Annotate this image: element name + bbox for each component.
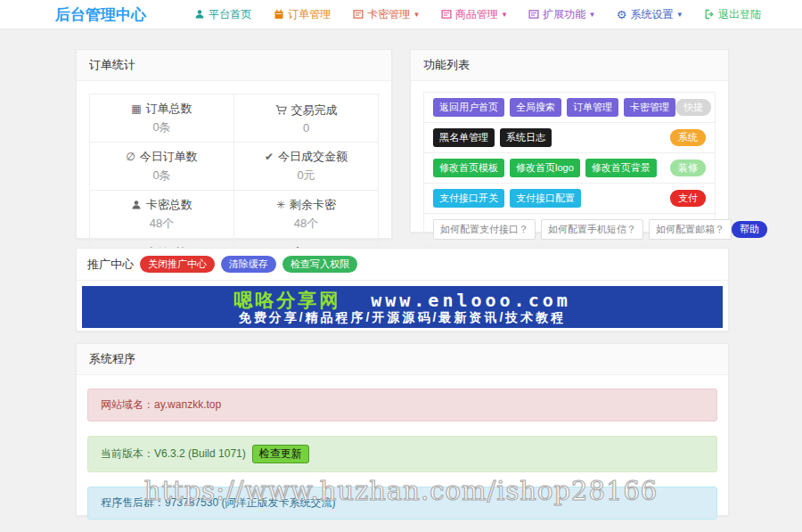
promo-center-panel: 推广中心 关闭推广中心 清除缓存 检查写入权限 嗯咯分享网 www.enlooo… [76,248,729,331]
chevron-down-icon: ▾ [590,11,594,19]
chevron-down-icon: ▾ [503,11,507,19]
stat-value: 48个 [94,216,230,232]
banner-tagline: 免费分享/精品程序/开源源码/最新资讯/技术教程 [239,310,567,325]
order-stats-panel: 订单统计 ▦订单总数 0条 交易完成 [76,49,392,239]
system-program-panel: 系统程序 网站域名：ay.wanzkk.top 当前版本：V6.3.2 (Bui… [76,343,729,516]
domain-alert: 网站域名：ay.wanzkk.top [87,389,717,422]
admin-page: 后台管理中心 平台首页 订单管理 卡密管理 ▾ [0,0,802,532]
cart-icon [275,104,287,116]
nav-item-settings[interactable]: ⚙ 系统设置 ▾ [617,7,682,22]
function-row-payment: 支付接口开关 支付接口配置 支付 [424,184,715,214]
stat-label: 今日订单数 [140,149,198,165]
check-write-permission-button[interactable]: 检查写入权限 [282,256,357,273]
nav-item-card-codes[interactable]: 卡密管理 ▾ [353,7,419,22]
stat-cell-card-total: 卡密总数 48个 [90,191,234,239]
system-log-button[interactable]: 系统日志 [500,128,552,147]
chevron-down-icon: ▾ [414,11,419,19]
close-promo-button[interactable]: 关闭推广中心 [140,256,215,273]
nav-item-orders[interactable]: 订单管理 [274,7,331,22]
help-mail-button[interactable]: 如何配置邮箱？ [649,219,732,240]
nav-label: 卡密管理 [367,7,410,22]
calendar-icon [274,9,284,20]
stat-cell-order-total: ▦订单总数 0条 [90,94,234,143]
gear-icon: ⚙ [617,9,627,20]
edit-background-button[interactable]: 修改首页背景 [585,159,657,177]
banner-site-name: 嗯咯分享网 [233,290,340,310]
stat-value: 0条 [94,119,230,135]
extension-icon [528,9,539,20]
stat-label: 订单总数 [146,101,192,117]
version-alert-text: 当前版本：V6.3.2 (Build 1071) [101,446,246,462]
promo-title: 推广中心 [87,257,134,273]
stat-value: 0条 [94,168,230,184]
top-navbar: 后台管理中心 平台首页 订单管理 卡密管理 ▾ [0,0,802,29]
stat-label: 交易完成 [291,102,338,119]
function-list-box: 返回用户首页 全局搜索 订单管理 卡密管理 快捷 黑名单管理 系统日志 系统 [423,92,716,246]
check-icon: ✔ [265,151,274,163]
order-stats-title: 订单统计 [77,50,391,81]
support-group-alert: 程序售后群：973787530 (阿洋正版发卡系统交流) [87,487,717,520]
page-title: 后台管理中心 [55,4,146,25]
person-icon [131,200,142,210]
nav-label: 平台首页 [209,7,251,22]
domain-alert-text: 网站域名：ay.wanzkk.top [101,397,221,413]
nav-label: 退出登陆 [718,7,761,22]
banner-site-url: www.enlooo.com [371,291,571,310]
help-sms-button[interactable]: 如何配置手机短信？ [541,219,643,240]
global-search-button[interactable]: 全局搜索 [510,98,561,117]
system-badge: 系统 [670,129,706,146]
help-badge: 帮助 [732,221,767,238]
pay-config-button[interactable]: 支付接口配置 [510,189,581,208]
version-alert: 当前版本：V6.3.2 (Build 1071) 检查更新 [87,436,717,472]
quick-badge: 快捷 [675,99,711,116]
user-home-button[interactable]: 返回用户首页 [433,98,504,117]
stat-cell-card-remaining: ✳剩余卡密 48个 [234,191,379,239]
nav-item-extensions[interactable]: 扩展功能 ▾ [528,7,594,22]
nav-label: 系统设置 [630,7,673,22]
decoration-badge: 装修 [670,160,706,176]
function-row-decoration: 修改首页模板 修改首页logo 修改首页背景 装修 [424,153,715,184]
function-list-title: 功能列表 [411,50,728,81]
check-update-button[interactable]: 检查更新 [252,445,309,463]
asterisk-icon: ✳ [276,199,285,211]
function-list-panel: 功能列表 返回用户首页 全局搜索 订单管理 卡密管理 快捷 黑名单管理 系统日志 [410,49,729,233]
nav-label: 商品管理 [455,7,498,22]
stat-label: 今日成交金额 [278,149,348,165]
support-group-alert-text: 程序售后群：973787530 (阿洋正版发卡系统交流) [101,495,335,511]
edit-logo-button[interactable]: 修改首页logo [510,159,580,177]
promo-banner[interactable]: 嗯咯分享网 www.enlooo.com 免费分享/精品程序/开源源码/最新资讯… [82,286,723,328]
function-row-help: 如何配置支付接口？ 如何配置手机短信？ 如何配置邮箱？ 帮助 [424,214,715,245]
order-manage-button[interactable]: 订单管理 [567,98,618,117]
card-manage-button[interactable]: 卡密管理 [624,98,675,117]
clear-cache-button[interactable]: 清除缓存 [221,256,276,273]
stat-cell-today-amount: ✔今日成交金额 0元 [234,143,379,191]
function-row-quick: 返回用户首页 全局搜索 订单管理 卡密管理 快捷 [424,93,715,123]
nav-item-logout[interactable]: 退出登陆 [704,7,761,22]
pay-switch-button[interactable]: 支付接口开关 [433,189,504,208]
stat-cell-completed: 交易完成 0 [234,94,379,143]
nav-item-platform-home[interactable]: 平台首页 [194,7,251,22]
nav-item-goods[interactable]: 商品管理 ▾ [441,7,507,22]
help-pay-button[interactable]: 如何配置支付接口？ [433,219,536,240]
promo-header: 推广中心 关闭推广中心 清除缓存 检查写入权限 [77,249,728,281]
payment-badge: 支付 [670,190,706,207]
nav-label: 订单管理 [288,7,331,22]
leaf-icon: ∅ [126,151,135,163]
blacklist-button[interactable]: 黑名单管理 [433,128,495,147]
chevron-down-icon: ▾ [677,11,682,19]
system-program-title: 系统程序 [77,344,728,375]
stat-value: 0 [238,121,374,135]
main-nav: 平台首页 订单管理 卡密管理 ▾ [194,7,761,22]
grid-icon: ▦ [131,102,141,115]
goods-icon [441,9,452,20]
stat-label: 卡密总数 [146,197,192,213]
card-icon [353,9,364,20]
nav-label: 扩展功能 [543,7,585,22]
stat-label: 剩余卡密 [290,197,336,213]
user-icon [194,9,205,20]
stat-cell-today-orders: ∅今日订单数 0条 [90,143,234,191]
logout-icon [704,9,715,20]
function-row-system: 黑名单管理 系统日志 系统 [424,123,715,153]
edit-template-button[interactable]: 修改首页模板 [433,159,504,177]
stat-value: 0元 [238,168,374,184]
